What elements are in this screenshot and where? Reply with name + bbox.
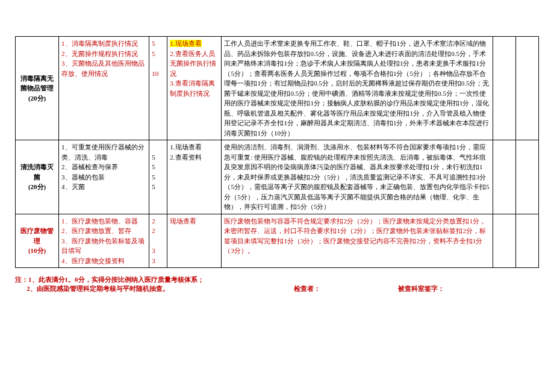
method-cell: 现场查看 xyxy=(167,214,222,268)
checker-label: 检查者： xyxy=(294,284,396,293)
standard-cell: 使用的清洁剂、消毒剂、润滑剂、洗涤用水、包装材料等不符合国家要求每项扣1分，需应… xyxy=(222,140,493,214)
dept-sign-label: 被查科室签字： xyxy=(398,284,518,293)
items-cell: 1、可重复使用医疗器械的分类、清洗、消毒2、器械检查与保养3、器械的包装4、灭菌 xyxy=(59,140,149,214)
points-cell: 5510 xyxy=(149,37,167,140)
method-cell: 1.现场查看2.查看医务人员无菌操作执行情况3.查看消毒隔离制度执行情况 xyxy=(167,37,222,140)
points-cell: 2233 xyxy=(149,214,167,268)
assessment-table: 消毒隔离无菌物品管理(20分)1、消毒隔离制度执行情况2、无菌操作规程执行情况3… xyxy=(15,36,539,268)
score-cell xyxy=(493,140,515,214)
note-text: 注：1、此表满分1。0分，实得分按比例纳入医疗质量考核体系； 2、由医院感染管理… xyxy=(15,275,292,293)
items-cell: 1、医疗废物包装物、容器2、医疗废物放置、暂存3、医疗废物外包装标签及项目填写4… xyxy=(59,214,149,268)
method-cell: 1.现场查看2.查看资料 xyxy=(167,140,222,214)
points-cell: 5555 xyxy=(149,140,167,214)
remark-cell xyxy=(515,214,538,268)
category-cell: 消毒隔离无菌物品管理(20分) xyxy=(16,37,59,140)
category-cell: 医疗废物管理(10分) xyxy=(16,214,59,268)
category-cell: 清洗消毒灭菌(20分) xyxy=(16,140,59,214)
standard-cell: 医疗废物包装物与容器不符合规定要求扣2分（2分）；医疗废物未按规定分类放置扣1分… xyxy=(222,214,493,268)
remark-cell xyxy=(515,37,538,140)
standard-cell: 工作人员进出手术室未更换专用工作衣、鞋、口罩、帽子扣1分，进入手术室洁净区域的物… xyxy=(222,37,493,140)
footer-notes: 注：1、此表满分1。0分，实得分按比例纳入医疗质量考核体系； 2、由医院感染管理… xyxy=(15,275,539,293)
score-cell xyxy=(493,37,515,140)
score-cell xyxy=(493,214,515,268)
remark-cell xyxy=(515,140,538,214)
items-cell: 1、消毒隔离制度执行情况2、无菌操作规程执行情况3、灭菌物品及其他医用物品存放、… xyxy=(59,37,149,140)
